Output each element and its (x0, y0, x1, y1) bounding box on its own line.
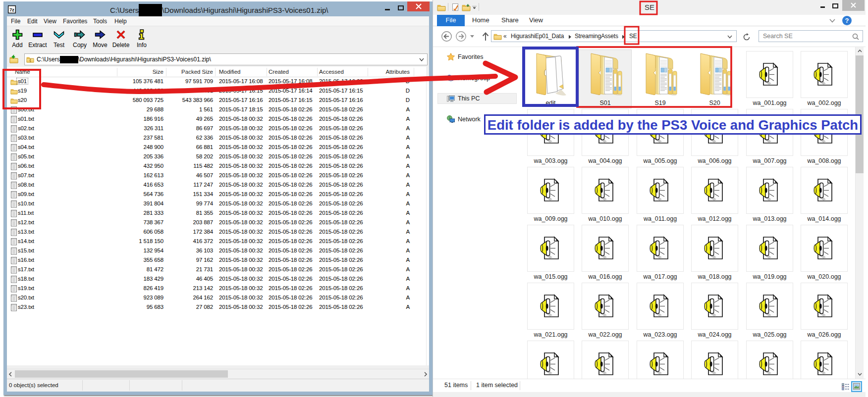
svg-text:7z: 7z (9, 7, 14, 12)
